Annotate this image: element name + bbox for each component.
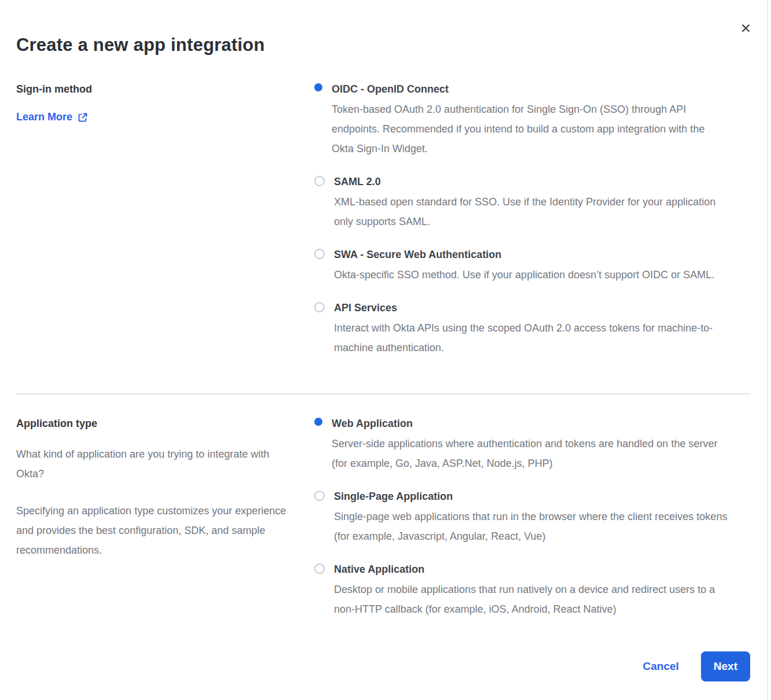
radio-option-description: Interact with Okta APIs using the scoped… [334,318,728,358]
radio-option-native-application[interactable]: Native Application Desktop or mobile app… [314,562,728,619]
application-type-description-2: Specifying an application type customize… [16,501,289,560]
application-type-heading: Application type [16,417,291,430]
signin-method-heading: Sign-in method [16,82,291,96]
radio-option-description: Server-side applications where authentic… [332,434,728,473]
radio-button-single-page-application[interactable] [314,491,325,501]
radio-option-description: Okta-specific SSO method. Use if your ap… [334,265,714,285]
section-divider [16,393,750,395]
radio-option-description: Token-based OAuth 2.0 authentication for… [332,100,728,159]
radio-option-label: OIDC - OpenID Connect [332,82,728,96]
next-button[interactable]: Next [701,651,750,681]
radio-option-label: Native Application [334,562,728,576]
cancel-button[interactable]: Cancel [643,660,679,673]
radio-option-oidc[interactable]: OIDC - OpenID Connect Token-based OAuth … [314,82,728,159]
radio-option-api-services[interactable]: API Services Interact with Okta APIs usi… [314,301,728,358]
radio-option-label: Web Application [332,417,728,430]
close-button[interactable]: ✕ [739,21,752,36]
radio-option-swa[interactable]: SWA - Secure Web Authentication Okta-spe… [314,248,728,285]
radio-option-description: XML-based open standard for SSO. Use if … [334,192,728,231]
radio-option-label: SWA - Secure Web Authentication [334,248,714,261]
dialog-footer: Cancel Next [16,651,750,681]
application-type-left-column: Application type What kind of applicatio… [16,417,314,560]
create-app-integration-dialog: ✕ Create a new app integration Sign-in m… [0,0,771,700]
external-link-icon [78,112,88,123]
radio-option-label: SAML 2.0 [334,175,728,189]
dialog-edge-line [767,0,768,700]
signin-method-options: OIDC - OpenID Connect Token-based OAuth … [314,82,728,358]
radio-option-single-page-application[interactable]: Single-Page Application Single-page web … [314,489,728,546]
radio-button-saml[interactable] [314,176,325,186]
radio-option-label: Single-Page Application [334,489,728,503]
radio-option-saml[interactable]: SAML 2.0 XML-based open standard for SSO… [314,175,728,231]
application-type-description-1: What kind of application are you trying … [16,444,289,484]
learn-more-label: Learn More [16,111,72,123]
radio-button-swa[interactable] [314,249,325,259]
signin-method-section: Sign-in method Learn More OIDC - OpenID … [16,82,750,358]
radio-option-label: API Services [334,301,728,315]
close-icon: ✕ [740,21,751,36]
application-type-options: Web Application Server-side applications… [314,417,728,619]
radio-button-api-services[interactable] [314,302,325,312]
radio-button-oidc[interactable] [314,83,322,91]
radio-button-native-application[interactable] [314,563,325,574]
radio-option-web-application[interactable]: Web Application Server-side applications… [314,417,728,473]
dialog-title: Create a new app integration [16,0,750,57]
signin-method-left-column: Sign-in method Learn More [16,82,314,123]
radio-option-description: Desktop or mobile applications that run … [334,580,728,619]
application-type-section: Application type What kind of applicatio… [16,417,750,619]
learn-more-link[interactable]: Learn More [16,111,88,123]
radio-button-web-application[interactable] [314,418,322,426]
radio-option-description: Single-page web applications that run in… [334,507,728,546]
